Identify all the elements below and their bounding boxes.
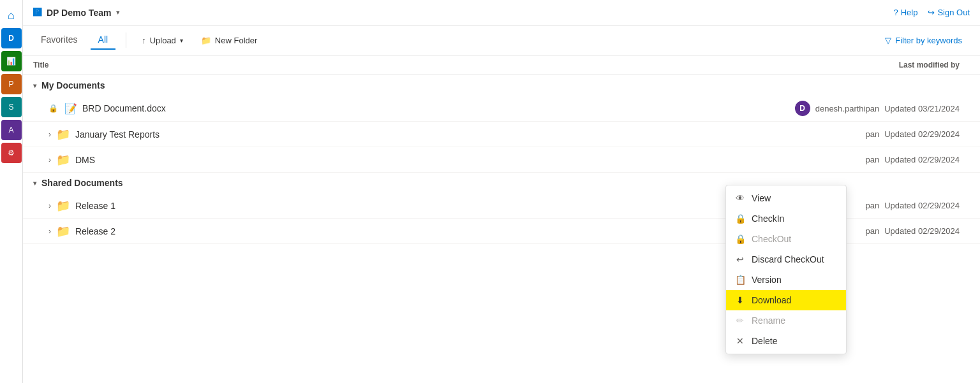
folder-icon: 📁 bbox=[56, 127, 70, 141]
modified-by: pan bbox=[865, 226, 879, 236]
menu-item-download[interactable]: ⬇ Download bbox=[726, 290, 846, 310]
menu-item-rename[interactable]: ✏ Rename bbox=[726, 310, 846, 331]
filter-button[interactable]: ▽ Filter by keywords bbox=[877, 32, 970, 49]
menu-item-label: CheckOut bbox=[752, 234, 791, 244]
section-title: Shared Documents bbox=[41, 178, 123, 188]
menu-item-delete[interactable]: ✕ Delete bbox=[726, 331, 846, 351]
download-icon: ⬇ bbox=[735, 295, 745, 305]
file-name: DMS bbox=[75, 155, 95, 165]
expand-button[interactable]: › bbox=[48, 227, 51, 236]
menu-item-version[interactable]: 📋 Version bbox=[726, 270, 846, 290]
file-item-inner: › 📁 January Test Reports bbox=[48, 127, 778, 141]
new-folder-button[interactable]: 📁 New Folder bbox=[193, 32, 265, 49]
new-folder-icon: 📁 bbox=[201, 36, 211, 45]
col-title-header: Title bbox=[33, 61, 778, 69]
modified-date: Updated 02/29/2024 bbox=[884, 201, 960, 210]
modified-by: denesh.parthipan bbox=[815, 104, 879, 113]
app-header: 🅿 DP Demo Team ▾ ? Help ↪ Sign Out bbox=[23, 0, 980, 25]
app-title: DP Demo Team bbox=[47, 8, 111, 18]
folder-icon: 📁 bbox=[56, 224, 70, 238]
file-item-inner: 🔒 📝 BRD Document.docx bbox=[48, 103, 778, 115]
upload-chevron-icon: ▾ bbox=[180, 37, 183, 44]
checkout-icon: 🔒 bbox=[735, 234, 745, 244]
modified-info: pan Updated 02/29/2024 bbox=[778, 129, 970, 139]
avatar: D bbox=[795, 101, 810, 116]
settings-icon[interactable]: ⚙ bbox=[1, 143, 22, 163]
header-right: ? Help ↪ Sign Out bbox=[893, 8, 970, 17]
expand-button[interactable]: › bbox=[48, 201, 51, 210]
dropdown-chevron-icon[interactable]: ▾ bbox=[116, 8, 120, 17]
menu-item-label: Discard CheckOut bbox=[752, 254, 824, 264]
delete-icon: ✕ bbox=[735, 336, 745, 346]
menu-item-label: CheckIn bbox=[752, 213, 784, 224]
expand-button[interactable]: › bbox=[48, 130, 51, 139]
home-icon[interactable]: ⌂ bbox=[1, 5, 22, 25]
upload-button[interactable]: ↑ Upload ▾ bbox=[134, 32, 191, 49]
modified-info: D denesh.parthipan Updated 03/21/2024 bbox=[778, 101, 970, 116]
help-icon: ? bbox=[893, 8, 898, 17]
divider bbox=[126, 33, 126, 48]
section-my-documents[interactable]: ▾ My Documents bbox=[23, 75, 980, 96]
menu-item-checkin[interactable]: 🔒 CheckIn bbox=[726, 208, 846, 229]
sidebar: ⌂ D 📊 P S A ⚙ bbox=[0, 0, 23, 383]
toolbar-left: Favorites All ↑ Upload ▾ 📁 New Folder bbox=[33, 31, 265, 50]
menu-item-view[interactable]: 👁 View bbox=[726, 188, 846, 208]
file-name: January Test Reports bbox=[75, 129, 160, 140]
modified-date: Updated 02/29/2024 bbox=[884, 226, 960, 236]
menu-item-label: View bbox=[752, 193, 771, 203]
modified-info: pan Updated 02/29/2024 bbox=[778, 155, 970, 164]
rename-icon: ✏ bbox=[735, 315, 745, 326]
view-icon: 👁 bbox=[735, 193, 745, 203]
tab-all[interactable]: All bbox=[91, 31, 116, 50]
section-title: My Documents bbox=[41, 80, 105, 90]
menu-item-checkout[interactable]: 🔒 CheckOut bbox=[726, 229, 846, 249]
modified-date: Updated 03/21/2024 bbox=[884, 104, 960, 113]
signout-icon: ↪ bbox=[928, 8, 935, 17]
header-left: 🅿 DP Demo Team ▾ bbox=[33, 8, 120, 18]
toolbar: Favorites All ↑ Upload ▾ 📁 New Folder ▽ … bbox=[23, 25, 980, 55]
list-item[interactable]: › 📁 DMS pan Updated 02/29/2024 bbox=[23, 147, 980, 173]
context-menu: 👁 View 🔒 CheckIn 🔒 CheckOut ↩ Discard Ch… bbox=[725, 185, 847, 354]
word-doc-icon: 📝 bbox=[64, 103, 77, 115]
apps-icon[interactable]: A bbox=[1, 120, 22, 140]
menu-item-label: Delete bbox=[752, 336, 777, 346]
teams-icon[interactable]: 📊 bbox=[1, 51, 22, 71]
powerpoint-icon[interactable]: P bbox=[1, 74, 22, 94]
toolbar-right: ▽ Filter by keywords bbox=[877, 32, 970, 49]
list-item[interactable]: › 📁 January Test Reports pan Updated 02/… bbox=[23, 122, 980, 147]
sharepoint-icon[interactable]: S bbox=[1, 97, 22, 117]
folder-icon: 📁 bbox=[56, 199, 70, 213]
menu-item-label: Rename bbox=[752, 315, 785, 326]
file-name: Release 1 bbox=[75, 201, 115, 211]
modified-date: Updated 02/29/2024 bbox=[884, 129, 960, 139]
menu-item-discard-checkout[interactable]: ↩ Discard CheckOut bbox=[726, 249, 846, 270]
file-item-inner: › 📁 Release 1 bbox=[48, 199, 778, 213]
menu-item-label: Download bbox=[752, 295, 791, 305]
documents-icon[interactable]: D bbox=[1, 28, 22, 48]
menu-item-label: Version bbox=[752, 275, 782, 285]
lock-icon: 🔒 bbox=[48, 104, 58, 113]
file-item-inner: › 📁 DMS bbox=[48, 153, 778, 167]
file-name: Release 2 bbox=[75, 226, 115, 236]
discard-icon: ↩ bbox=[735, 254, 745, 264]
tab-favorites[interactable]: Favorites bbox=[33, 31, 85, 50]
app-logo-icon: 🅿 bbox=[33, 8, 41, 17]
signout-link[interactable]: ↪ Sign Out bbox=[928, 8, 970, 17]
modified-by: pan bbox=[865, 129, 879, 139]
col-modified-header: Last modified by bbox=[778, 61, 970, 69]
file-item[interactable]: 🔒 📝 BRD Document.docx D denesh.parthipan… bbox=[23, 96, 980, 122]
chevron-down-icon: ▾ bbox=[33, 82, 36, 89]
list-header: Title Last modified by bbox=[23, 55, 980, 75]
file-item-inner: › 📁 Release 2 bbox=[48, 224, 778, 238]
help-link[interactable]: ? Help bbox=[893, 8, 917, 17]
upload-icon: ↑ bbox=[142, 36, 146, 45]
folder-icon: 📁 bbox=[56, 153, 70, 167]
file-name: BRD Document.docx bbox=[82, 103, 166, 113]
expand-button[interactable]: › bbox=[48, 155, 51, 164]
filter-icon: ▽ bbox=[885, 36, 891, 45]
chevron-down-icon: ▾ bbox=[33, 180, 36, 187]
modified-date: Updated 02/29/2024 bbox=[884, 155, 960, 164]
modified-by: pan bbox=[865, 155, 879, 164]
version-icon: 📋 bbox=[735, 275, 745, 285]
checkin-icon: 🔒 bbox=[735, 213, 745, 224]
